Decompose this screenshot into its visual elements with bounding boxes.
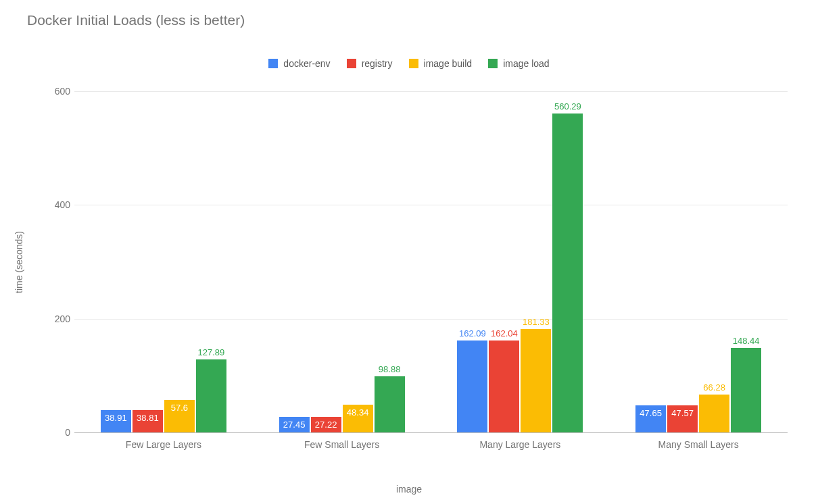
bar: 27.22 [311,417,341,432]
category-label: Many Small Layers [658,439,739,450]
bar-value-label: 27.45 [283,420,306,430]
bar-group: 27.4527.2248.3498.88Few Small Layers [253,376,431,432]
bar-value-label: 27.22 [315,420,337,430]
y-axis-label: time (seconds) [14,231,24,293]
bar-value-label: 148.44 [733,336,760,346]
legend: docker-envregistryimage buildimage load [0,58,818,69]
category-label: Few Large Layers [126,439,201,450]
legend-swatch [488,59,498,68]
legend-label: image build [424,58,473,69]
bar: 47.57 [667,405,698,432]
bar-value-label: 66.28 [703,382,725,393]
y-tick-label: 400 [47,199,70,210]
legend-swatch [268,59,278,68]
bar-value-label: 38.81 [137,413,159,423]
chart-container: Docker Initial Loads (less is better) do… [0,0,818,504]
category-label: Few Small Layers [304,439,379,450]
bar: 38.91 [101,410,131,432]
bar-group: 47.6547.5766.28148.44Many Small Layers [609,348,788,432]
y-tick-label: 0 [47,427,70,438]
legend-item: docker-env [268,58,330,69]
bar: 181.33 [521,329,551,432]
chart-title: Docker Initial Loads (less is better) [27,12,245,28]
legend-item: registry [347,58,393,69]
y-tick-label: 200 [47,313,70,324]
bar-value-label: 98.88 [379,364,401,374]
x-axis-label: image [396,484,422,495]
bar: 127.89 [196,359,226,432]
bar-value-label: 57.6 [171,403,188,413]
legend-swatch [347,59,356,68]
legend-label: docker-env [283,58,330,69]
bar-group: 162.09162.04181.33560.29Many Large Layer… [431,114,610,432]
bar-value-label: 162.09 [459,328,486,338]
legend-item: image load [488,58,550,69]
bar: 560.29 [552,114,583,432]
bar-value-label: 47.57 [671,408,694,418]
legend-label: registry [362,58,393,69]
bar: 162.04 [489,341,519,432]
bar: 148.44 [731,348,761,432]
category-label: Many Large Layers [479,439,560,450]
bar: 27.45 [279,417,310,432]
bar: 57.6 [164,400,195,432]
legend-label: image load [503,58,550,69]
bar-value-label: 47.65 [640,408,662,418]
legend-item: image build [409,58,473,69]
bar-group: 38.9138.8157.6127.89Few Large Layers [74,359,253,432]
bar: 162.09 [457,341,487,432]
bar-value-label: 181.33 [523,317,550,327]
bar: 98.88 [375,376,405,432]
bar-value-label: 162.04 [491,328,518,338]
bar-value-label: 38.91 [105,413,127,423]
bar-value-label: 560.29 [554,101,581,111]
bar: 66.28 [699,395,729,432]
plot-area: 020040060038.9138.8157.6127.89Few Large … [74,91,788,433]
legend-swatch [409,59,418,68]
bar: 47.65 [635,405,666,432]
y-tick-label: 600 [47,86,70,97]
bar-value-label: 127.89 [197,347,224,357]
bar: 38.81 [133,410,163,432]
bar: 48.34 [343,405,373,432]
grid-line [74,91,788,92]
bar-value-label: 48.34 [347,407,369,418]
